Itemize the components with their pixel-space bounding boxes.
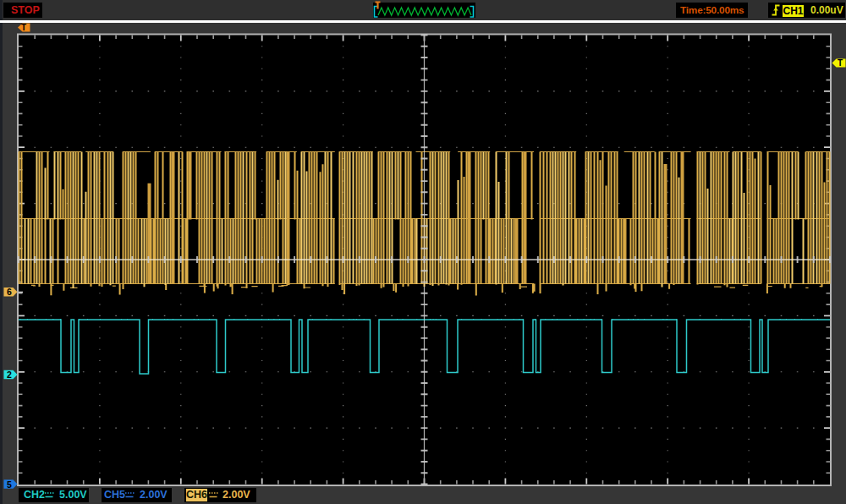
svg-text:T: T xyxy=(838,58,843,68)
svg-text:5: 5 xyxy=(7,479,12,490)
svg-text:2: 2 xyxy=(7,370,12,380)
svg-text:T: T xyxy=(21,23,26,32)
svg-text:6: 6 xyxy=(7,287,12,297)
